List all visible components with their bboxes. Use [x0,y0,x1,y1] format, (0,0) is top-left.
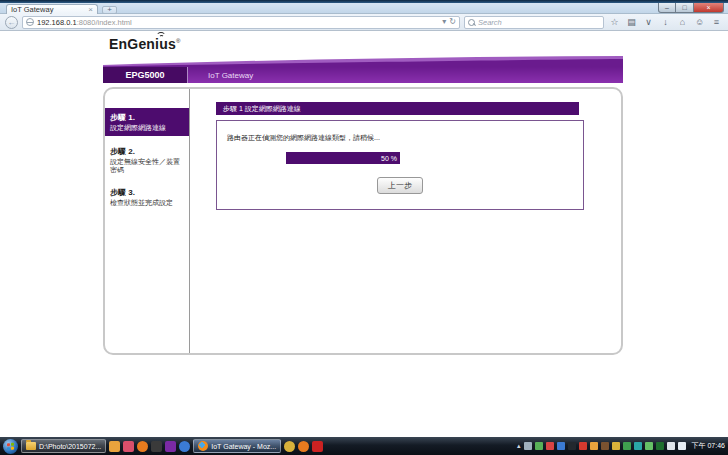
taskbar-window-firefox-label: IoT Gateway - Moz... [211,443,276,450]
button-row: 上一步 [217,174,583,194]
tray-icon-10[interactable] [623,442,631,450]
step-header: 步驟 1 設定網際網路連線 [216,102,579,115]
browser-tab[interactable]: IoT Gateway × [6,4,98,14]
browser-titlebar: IoT Gateway × + – □ × [0,3,728,14]
tray-expand-icon[interactable]: ▴ [517,442,521,450]
maximize-button[interactable]: □ [676,3,694,13]
step-2-label: 設定無線安全性／裝置密碼 [110,158,184,174]
step-1-label: 設定網際網路連線 [110,124,184,132]
progress-bar: 50 % [286,152,514,164]
pinned-mail-app[interactable] [151,441,162,452]
tray-icon-6[interactable] [579,442,587,450]
progress-row: 50 % [217,152,583,164]
tray-icon-1[interactable] [524,442,532,450]
sidebar-step-3[interactable]: 步驟 3. 檢查狀態並完成設定 [105,184,189,210]
product-label: IoT Gateway [188,71,253,80]
browser-toolbar: ← 192.168.0.1:8080/index.html ▾ ↻ ☆ ▤ ∨ … [0,14,728,31]
tray-icon-8[interactable] [601,442,609,450]
detection-box: 路由器正在偵測您的網際網路連線類型，請稍候... 50 % 上一步 [216,120,584,210]
pinned-media-app[interactable] [137,441,148,452]
firefox-icon [198,441,208,451]
pinned-paint-app[interactable] [123,441,134,452]
taskbar: D:\Photo\2015072... IoT Gateway - Moz...… [0,437,728,455]
tray-icon-7[interactable] [590,442,598,450]
logo-row: EnGenius® [103,31,623,56]
taskbar-window-explorer-label: D:\Photo\2015072... [39,443,101,450]
pinned-icons-right [284,441,323,452]
globe-icon [26,18,34,26]
new-tab-button[interactable]: + [102,6,117,14]
url-dropdown-icon[interactable]: ▾ [442,17,446,27]
tab-close-icon[interactable]: × [88,6,93,14]
progress-label: 50 % [381,155,397,162]
tray-icon-4[interactable] [557,442,565,450]
wizard-main-pane: 步驟 1 設定網際網路連線 路由器正在偵測您的網際網路連線類型，請稍候... 5… [190,89,621,353]
url-path: :8080/index.html [77,18,132,27]
wizard-sidebar: 步驟 1. 設定網際網路連線 步驟 2. 設定無線安全性／裝置密碼 步驟 3. … [105,89,190,353]
bookmark-star-icon[interactable]: ☆ [608,15,621,30]
registered-mark: ® [176,38,180,44]
tray-icon-2[interactable] [535,442,543,450]
banner-bar: EPG5000 IoT Gateway [103,67,623,83]
window-controls: – □ × [658,3,724,13]
pinned-browser-app[interactable] [179,441,190,452]
page-content: EnGenius® EPG5000 IoT Gateway 步驟 1. 設定網 [0,31,728,437]
url-host: 192.168.0.1 [37,18,77,27]
windows-logo-icon [7,442,14,450]
tray-icons [524,442,686,450]
back-button-nav[interactable]: ← [5,16,18,29]
wizard-container: 步驟 1. 設定網際網路連線 步驟 2. 設定無線安全性／裝置密碼 步驟 3. … [103,87,623,355]
hello-icon[interactable]: ☺ [693,15,706,30]
sidebar-step-1[interactable]: 步驟 1. 設定網際網路連線 [105,108,189,136]
reload-icon[interactable]: ↻ [449,17,456,27]
pinned-icons-left [109,441,190,452]
system-tray: ▴ 下午 07:46 [517,441,725,451]
step-2-title: 步驟 2. [110,146,184,157]
bookmarks-menu-icon[interactable]: ▤ [625,15,638,30]
tray-icon-11[interactable] [634,442,642,450]
tray-icon-9[interactable] [612,442,620,450]
step-1-title: 步驟 1. [110,112,184,123]
brand-banner: EPG5000 IoT Gateway [103,56,623,83]
pinned-chrome[interactable] [284,441,295,452]
tray-icon-13[interactable] [656,442,664,450]
folder-icon [26,442,36,450]
close-button[interactable]: × [694,3,724,13]
previous-step-button[interactable]: 上一步 [377,177,423,194]
step-3-title: 步驟 3. [110,187,184,198]
tray-icon-3[interactable] [546,442,554,450]
pinned-red-app[interactable] [312,441,323,452]
search-box[interactable] [464,16,604,29]
step-3-label: 檢查狀態並完成設定 [110,199,184,207]
taskbar-window-explorer[interactable]: D:\Photo\2015072... [21,439,106,453]
taskbar-clock[interactable]: 下午 07:46 [692,441,725,451]
search-input[interactable] [478,18,600,27]
banner-swoosh [103,56,623,67]
tray-icon-5[interactable] [568,442,576,450]
pinned-design-app[interactable] [165,441,176,452]
menu-icon[interactable]: ≡ [710,15,723,30]
start-button[interactable] [3,439,18,454]
tray-network[interactable] [667,442,675,450]
content-column: EnGenius® EPG5000 IoT Gateway 步驟 1. 設定網 [103,31,623,355]
detection-message: 路由器正在偵測您的網際網路連線類型，請稍候... [217,121,583,143]
home-icon[interactable]: ⌂ [676,15,689,30]
pinned-office-app[interactable] [298,441,309,452]
tray-icon-12[interactable] [645,442,653,450]
pocket-icon[interactable]: ∨ [642,15,655,30]
progress-fill: 50 % [286,152,400,164]
wifi-arcs-icon [155,32,167,39]
url-text: 192.168.0.1:8080/index.html [37,18,439,27]
minimize-button[interactable]: – [658,3,676,13]
taskbar-window-firefox[interactable]: IoT Gateway - Moz... [193,439,281,453]
screen: IoT Gateway × + – □ × ← 192.168.0.1:8080… [0,0,728,455]
sidebar-step-2[interactable]: 步驟 2. 設定無線安全性／裝置密碼 [105,143,189,177]
tray-volume[interactable] [678,442,686,450]
url-bar[interactable]: 192.168.0.1:8080/index.html ▾ ↻ [22,16,460,29]
tab-title: IoT Gateway [11,5,85,14]
model-label: EPG5000 [103,67,188,83]
downloads-icon[interactable]: ↓ [659,15,672,30]
search-icon [468,19,475,26]
pinned-photo-viewer[interactable] [109,441,120,452]
